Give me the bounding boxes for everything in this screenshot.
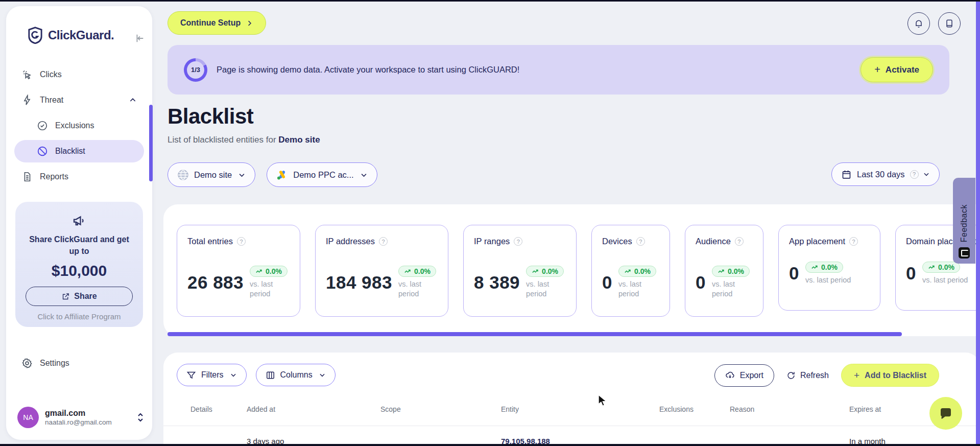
chevron-right-icon [246, 19, 253, 27]
trend-up-icon [404, 268, 412, 275]
book-icon [944, 18, 954, 29]
stats-panel: Total entries? 26 883 0.0% vs. last peri… [163, 204, 980, 336]
table-toolbar-left: Filters Columns [177, 364, 336, 386]
columns-button[interactable]: Columns [256, 364, 336, 386]
account-email: naatali.ro@gmail.com [45, 418, 112, 426]
chevron-up-icon [129, 96, 137, 104]
affiliate-link[interactable]: Click to Affiliate Program [23, 312, 135, 321]
help-icon[interactable]: ? [237, 237, 246, 246]
stat-card-total-entries: Total entries? 26 883 0.0% vs. last peri… [177, 225, 300, 317]
sidebar-collapse-icon[interactable] [134, 33, 145, 46]
stat-vs-label: vs. last period [526, 279, 558, 299]
column-header-exclusions[interactable]: Exclusions [659, 405, 694, 413]
column-header-expires-at[interactable]: Expires at [849, 405, 881, 413]
sidebar-item-label: Clicks [40, 70, 62, 79]
cards-horizontal-scrollbar[interactable] [168, 332, 902, 336]
page-vertical-scrollbar[interactable] [976, 0, 980, 446]
stat-value: 0 [602, 272, 612, 293]
promo-amount: $10,000 [23, 262, 135, 279]
badge-check-icon [37, 120, 48, 131]
avatar: NA [17, 407, 39, 428]
column-header-entity[interactable]: Entity [501, 405, 519, 413]
column-header-details[interactable]: Details [190, 405, 212, 413]
setup-progress-value: 1/3 [187, 61, 204, 79]
sidebar-item-reports[interactable]: Reports [14, 166, 144, 188]
stats-cards-row: Total entries? 26 883 0.0% vs. last peri… [177, 225, 980, 317]
refresh-button[interactable]: Refresh [786, 371, 829, 380]
stat-vs-label: vs. last period [618, 279, 650, 299]
chat-widget-button[interactable] [929, 397, 962, 430]
activate-label: Activate [886, 65, 919, 75]
refresh-label: Refresh [800, 371, 829, 380]
stat-vs-label: vs. last period [712, 279, 744, 299]
column-header-reason[interactable]: Reason [730, 405, 754, 413]
trend-up-icon [928, 264, 936, 271]
selector-row: Demo site Demo PPC ac... [168, 162, 377, 187]
sidebar-item-threat[interactable]: Threat [14, 89, 144, 111]
mouse-cursor [598, 394, 609, 408]
export-label: Export [740, 371, 763, 380]
cloud-download-icon [725, 370, 735, 380]
account-switcher[interactable]: NA gmail.com naatali.ro@gmail.com [17, 407, 144, 428]
demo-data-banner: 1/3 Page is showing demo data. Activate … [168, 45, 949, 95]
affiliate-promo-card[interactable]: Share ClickGuard and get up to $10,000 S… [15, 202, 143, 327]
stat-label: Audience [696, 237, 731, 246]
share-button[interactable]: Share [26, 287, 133, 306]
sidebar-scrollbar[interactable] [149, 105, 153, 181]
notifications-button[interactable] [907, 12, 930, 35]
delta-badge: 0.0% [398, 266, 436, 277]
sidebar: ClickGuard. Clicks Threat [6, 6, 152, 440]
site-selector[interactable]: Demo site [168, 162, 255, 187]
ban-icon [37, 146, 48, 157]
date-range-selector[interactable]: Last 30 days ? [831, 162, 940, 186]
page-subtitle: List of blacklisted entities for Demo si… [168, 135, 320, 145]
promo-text: Share ClickGuard and get up to [23, 233, 135, 257]
sidebar-item-settings[interactable]: Settings [21, 358, 69, 369]
cursor-click-icon [21, 69, 33, 80]
page-title: Blacklist [168, 104, 253, 129]
chevron-down-icon [360, 171, 368, 179]
column-header-added-at[interactable]: Added at [247, 405, 275, 413]
page-subtitle-text: List of blacklisted entities for [168, 135, 276, 145]
help-icon[interactable]: ? [636, 237, 645, 246]
activate-button[interactable]: + Activate [861, 57, 933, 82]
ppc-account-selector-value: Demo PPC ac... [293, 170, 353, 180]
feedback-chat-icon [959, 247, 970, 259]
sidebar-item-clicks[interactable]: Clicks [14, 63, 144, 86]
help-icon[interactable]: ? [735, 237, 744, 246]
stat-value: 26 883 [187, 272, 244, 293]
chevron-down-icon [923, 171, 930, 178]
logo[interactable]: ClickGuard. [28, 27, 142, 44]
help-icon[interactable]: ? [849, 237, 858, 246]
sidebar-item-label: Exclusions [55, 121, 94, 130]
stat-card-ip-ranges: IP ranges? 8 389 0.0% vs. last period [463, 225, 577, 317]
window-bottom-edge [0, 444, 980, 446]
trend-up-icon [624, 268, 632, 275]
megaphone-icon [71, 213, 87, 228]
stat-value: 184 983 [326, 272, 392, 293]
page-subtitle-site: Demo site [278, 135, 320, 145]
table-header-row: Details Added at Scope Entity Exclusions… [163, 405, 980, 426]
sidebar-item-exclusions[interactable]: Exclusions [14, 114, 144, 137]
calendar-icon [841, 169, 852, 180]
google-ads-icon [276, 169, 288, 181]
add-to-blacklist-button[interactable]: + Add to Blacklist [841, 364, 939, 387]
sidebar-nav: Clicks Threat Exclusions Blacklist [14, 63, 144, 191]
column-header-scope[interactable]: Scope [380, 405, 401, 413]
docs-button[interactable] [938, 12, 961, 35]
stat-card-devices: Devices? 0 0.0% vs. last period [591, 225, 670, 317]
filters-button[interactable]: Filters [177, 364, 247, 386]
stat-label: IP ranges [474, 237, 510, 246]
columns-label: Columns [280, 370, 313, 380]
ppc-account-selector[interactable]: Demo PPC ac... [267, 162, 377, 187]
sidebar-item-blacklist[interactable]: Blacklist [14, 140, 144, 162]
help-icon[interactable]: ? [514, 237, 522, 246]
feedback-tab[interactable]: Feedback [953, 178, 975, 264]
help-icon[interactable]: ? [379, 237, 388, 246]
continue-setup-button[interactable]: Continue Setup [168, 11, 266, 35]
chevron-down-icon [230, 371, 237, 379]
help-icon[interactable]: ? [910, 170, 919, 179]
window-top-edge [0, 0, 980, 2]
site-selector-value: Demo site [194, 170, 232, 180]
export-button[interactable]: Export [714, 364, 774, 387]
